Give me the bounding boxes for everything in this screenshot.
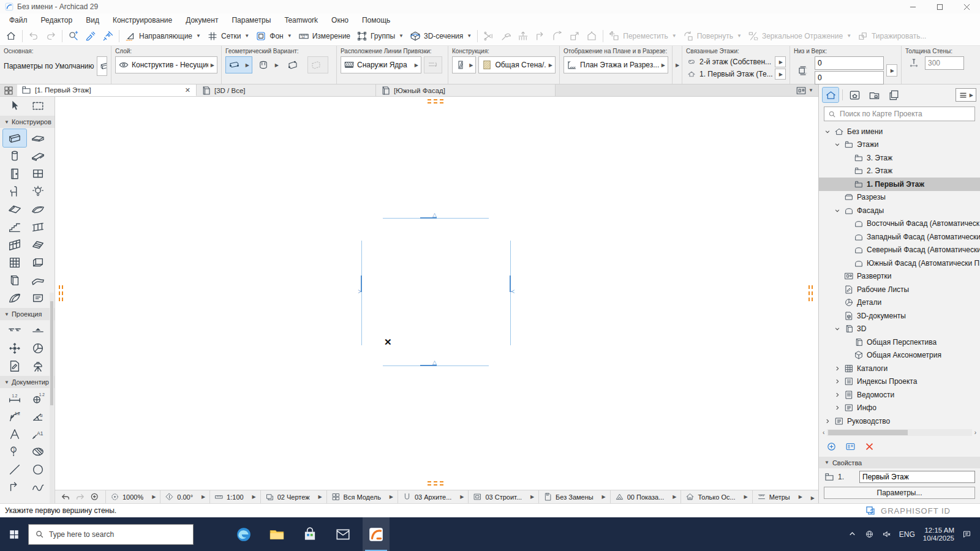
story-top-flyout[interactable]: ▶ <box>775 56 786 67</box>
construction-method-button[interactable]: ▶ <box>452 56 476 73</box>
opening-tool-button[interactable] <box>26 253 50 271</box>
fill-tool-button[interactable] <box>26 443 50 460</box>
tab-close-icon[interactable]: ✕ <box>183 86 192 94</box>
tree-item[interactable]: Разрезы <box>819 191 980 204</box>
chevron-down-icon[interactable] <box>834 208 841 214</box>
tab-0[interactable]: [1. Первый Этаж]✕ <box>17 84 197 96</box>
menu-Документ[interactable]: Документ <box>179 15 225 26</box>
tree-item[interactable]: Ведомости <box>819 388 980 402</box>
interior-elevation-tool-button[interactable] <box>3 339 26 357</box>
tree-item[interactable]: Этажи <box>819 138 980 152</box>
zoom-in-icon[interactable] <box>89 492 100 503</box>
menu-Окно[interactable]: Окно <box>325 15 355 26</box>
guide-handle-right-icon[interactable] <box>809 285 813 301</box>
tree-item[interactable]: Инфо <box>819 402 980 415</box>
toolbox-section-Проекция[interactable]: ▼Проекция <box>0 308 55 320</box>
display-button[interactable]: План Этажа и Разрез... ▶ <box>564 56 668 73</box>
quickbar-qb-units[interactable]: Метры▶ <box>752 490 807 503</box>
rotate-button[interactable]: Повернуть▼ <box>680 28 745 44</box>
mirror-button[interactable]: Зеркальное Отражение▼ <box>745 28 854 44</box>
tree-item[interactable]: Общая Перспектива <box>819 335 980 349</box>
taskbar-search[interactable]: Type here to search <box>28 524 194 545</box>
view-back-icon[interactable] <box>60 492 71 503</box>
syringe-button[interactable] <box>99 28 116 44</box>
marker-tool-button[interactable]: 1 <box>3 443 26 460</box>
close-icon[interactable] <box>953 0 980 13</box>
delete-item-icon[interactable] <box>864 441 875 452</box>
slab-tool-button[interactable] <box>26 129 50 147</box>
object-tool-button[interactable] <box>3 182 26 200</box>
tree-item[interactable]: Восточный Фасад (Автоматическ <box>819 217 980 231</box>
geometry-poly-button[interactable] <box>284 56 305 73</box>
taskbar-app-file-explorer[interactable] <box>263 517 290 551</box>
hidden-icons-chevron-icon[interactable] <box>848 530 857 539</box>
tree-item[interactable]: Южный Фасад (Автоматически П <box>819 257 980 270</box>
grid-tool-button[interactable] <box>3 253 26 271</box>
multiply-button[interactable]: Тиражировать... <box>854 28 929 44</box>
taskbar-app-store[interactable] <box>296 517 323 551</box>
taskbar-app-archicad[interactable] <box>363 517 390 551</box>
chevron-right-icon[interactable] <box>834 365 841 372</box>
chevron-right-icon[interactable] <box>834 392 841 398</box>
layer-button[interactable]: Конструктив - Несущие ... ▶ <box>115 56 217 73</box>
tree-item[interactable]: Западный Фасад (Автоматически <box>819 230 980 244</box>
tree-item[interactable]: Индексы Проекта <box>819 375 980 389</box>
shell-tool-button[interactable] <box>26 200 50 218</box>
tab-1[interactable]: [3D / Все] <box>197 84 376 96</box>
item-settings-icon[interactable] <box>845 441 856 452</box>
tree-item[interactable]: Руководство <box>819 414 980 427</box>
toolbox-section-Документир[interactable]: ▼Документир <box>0 376 55 388</box>
lamp-tool-button[interactable] <box>26 182 50 200</box>
undo-button[interactable] <box>25 28 42 44</box>
chevron-right-icon[interactable] <box>834 405 841 411</box>
split-button[interactable] <box>480 28 497 44</box>
story-name-input[interactable] <box>859 471 975 483</box>
dimension-tool-button[interactable]: 1.2 <box>3 389 26 407</box>
view-map-button[interactable] <box>846 88 862 102</box>
refline-button[interactable]: Снаружи Ядра ▶ <box>341 56 421 73</box>
curtainwall-tool-button[interactable] <box>3 236 26 253</box>
grids-button[interactable]: Сетки▼ <box>204 28 252 44</box>
publisher-button[interactable] <box>886 88 902 102</box>
scroll-left-icon[interactable]: ‹ <box>823 429 824 436</box>
guide-handle-top-icon[interactable] <box>428 99 443 103</box>
column-tool-button[interactable] <box>3 147 26 165</box>
menu-Помощь[interactable]: Помощь <box>355 15 397 26</box>
marquee-tool-button[interactable] <box>26 97 50 114</box>
stretch-button[interactable] <box>583 28 600 44</box>
maximize-icon[interactable] <box>926 0 953 13</box>
quickbar-qb-reno[interactable]: Только Ос...▶ <box>680 490 752 503</box>
level-dimension-tool-button[interactable]: 1.2 <box>26 389 50 407</box>
infobox-scroll-right[interactable]: ▶ <box>673 46 682 84</box>
menu-Teamwork[interactable]: Teamwork <box>277 15 325 26</box>
bottomtop-flyout[interactable]: ▶ <box>886 64 897 77</box>
guide-handle-bottom-icon[interactable] <box>428 481 443 485</box>
background-button[interactable]: Фон▼ <box>252 28 295 44</box>
quickbar-qb-model[interactable]: Вся Модель▶ <box>326 490 398 503</box>
guide-handle-left-icon[interactable] <box>59 285 63 301</box>
redo-button[interactable] <box>42 28 59 44</box>
taskbar-app-mail[interactable] <box>330 517 356 551</box>
section-tool-button[interactable] <box>3 321 26 339</box>
roof-tool-button[interactable] <box>3 200 26 218</box>
notification-center-icon[interactable] <box>962 530 971 539</box>
quickbar-qb-mvo[interactable]: 03 Строит...▶ <box>468 490 538 503</box>
scroll-right-icon[interactable]: › <box>974 429 976 436</box>
camera-tool-button[interactable] <box>26 357 50 375</box>
tab-options-button[interactable]: ▼ <box>796 84 818 96</box>
text-tool-button[interactable] <box>3 425 26 443</box>
volume-muted-icon[interactable] <box>882 530 891 539</box>
tree-item[interactable]: Детали <box>819 296 980 310</box>
door-tool-button[interactable] <box>3 165 26 182</box>
tree-item[interactable]: 3D-документы <box>819 309 980 323</box>
tree-item[interactable]: Развертки <box>819 270 980 283</box>
tree-item[interactable]: 1. Первый Этаж <box>819 178 980 191</box>
chevron-down-icon[interactable] <box>834 141 841 148</box>
composite-button[interactable]: Общая Стена/... ▶ <box>478 56 556 73</box>
fillet-button[interactable] <box>549 28 566 44</box>
chevron-right-icon[interactable] <box>824 418 831 424</box>
wall-tool-button[interactable] <box>3 129 26 147</box>
tree-item[interactable]: 3. Этаж <box>819 151 980 165</box>
menu-Параметры[interactable]: Параметры <box>225 15 277 26</box>
start-button[interactable] <box>0 517 28 551</box>
